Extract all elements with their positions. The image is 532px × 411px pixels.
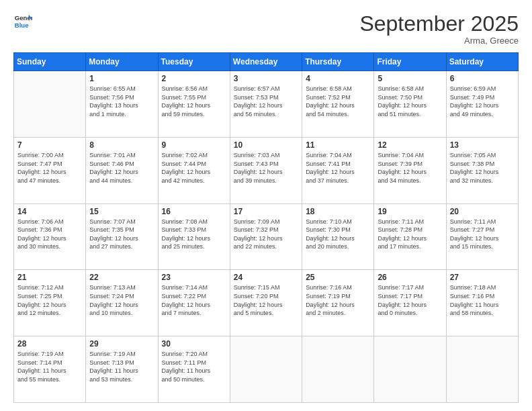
day-info: Sunrise: 7:20 AM Sunset: 7:11 PM Dayligh… [162, 350, 226, 383]
day-number: 1 [89, 74, 154, 83]
day-info: Sunrise: 7:07 AM Sunset: 7:35 PM Dayligh… [89, 218, 154, 251]
table-row: 30Sunrise: 7:20 AM Sunset: 7:11 PM Dayli… [158, 336, 230, 403]
day-info: Sunrise: 7:04 AM Sunset: 7:41 PM Dayligh… [306, 151, 370, 185]
day-number: 28 [17, 339, 82, 349]
day-info: Sunrise: 7:02 AM Sunset: 7:44 PM Dayligh… [162, 151, 226, 185]
table-row [374, 336, 446, 403]
logo-icon: General Blue [13, 12, 32, 31]
table-row: 1Sunrise: 6:55 AM Sunset: 7:56 PM Daylig… [86, 71, 158, 138]
day-info: Sunrise: 7:16 AM Sunset: 7:19 PM Dayligh… [306, 283, 370, 317]
day-number: 15 [89, 207, 154, 216]
table-row: 6Sunrise: 6:59 AM Sunset: 7:49 PM Daylig… [446, 71, 518, 138]
day-info: Sunrise: 7:17 AM Sunset: 7:17 PM Dayligh… [378, 283, 442, 317]
table-row: 24Sunrise: 7:15 AM Sunset: 7:20 PM Dayli… [230, 270, 302, 336]
calendar-week-row: 14Sunrise: 7:06 AM Sunset: 7:36 PM Dayli… [14, 203, 519, 270]
day-number: 29 [89, 339, 154, 349]
day-info: Sunrise: 7:09 AM Sunset: 7:32 PM Dayligh… [234, 218, 298, 251]
table-row: 9Sunrise: 7:02 AM Sunset: 7:44 PM Daylig… [158, 137, 230, 203]
day-info: Sunrise: 7:03 AM Sunset: 7:43 PM Dayligh… [234, 151, 298, 185]
col-thursday: Thursday [302, 53, 374, 71]
calendar-week-row: 28Sunrise: 7:19 AM Sunset: 7:14 PM Dayli… [14, 336, 519, 403]
col-monday: Monday [86, 53, 158, 71]
table-row [230, 336, 302, 403]
day-info: Sunrise: 7:00 AM Sunset: 7:47 PM Dayligh… [17, 151, 82, 185]
title-block: September 2025 Arma, Greece [359, 12, 519, 46]
day-number: 8 [89, 140, 154, 150]
logo: General Blue [13, 12, 32, 31]
day-info: Sunrise: 7:11 AM Sunset: 7:28 PM Dayligh… [378, 218, 442, 251]
day-info: Sunrise: 7:05 AM Sunset: 7:38 PM Dayligh… [450, 151, 515, 185]
table-row: 20Sunrise: 7:11 AM Sunset: 7:27 PM Dayli… [446, 203, 518, 270]
day-number: 23 [162, 273, 226, 282]
location: Arma, Greece [359, 36, 519, 46]
day-number: 30 [162, 339, 226, 349]
day-info: Sunrise: 7:11 AM Sunset: 7:27 PM Dayligh… [450, 218, 515, 251]
table-row: 21Sunrise: 7:12 AM Sunset: 7:25 PM Dayli… [14, 270, 86, 336]
day-number: 6 [450, 74, 515, 83]
table-row: 13Sunrise: 7:05 AM Sunset: 7:38 PM Dayli… [446, 137, 518, 203]
table-row: 2Sunrise: 6:56 AM Sunset: 7:55 PM Daylig… [158, 71, 230, 138]
day-number: 25 [306, 273, 370, 282]
table-row [446, 336, 518, 403]
day-info: Sunrise: 6:59 AM Sunset: 7:49 PM Dayligh… [450, 85, 515, 118]
day-number: 19 [378, 207, 442, 216]
table-row: 7Sunrise: 7:00 AM Sunset: 7:47 PM Daylig… [14, 137, 86, 203]
table-row: 15Sunrise: 7:07 AM Sunset: 7:35 PM Dayli… [86, 203, 158, 270]
day-info: Sunrise: 7:04 AM Sunset: 7:39 PM Dayligh… [378, 151, 442, 185]
page: General Blue September 2025 Arma, Greece… [0, 0, 532, 411]
calendar-header-row: Sunday Monday Tuesday Wednesday Thursday… [14, 53, 519, 71]
table-row: 11Sunrise: 7:04 AM Sunset: 7:41 PM Dayli… [302, 137, 374, 203]
table-row: 28Sunrise: 7:19 AM Sunset: 7:14 PM Dayli… [14, 336, 86, 403]
day-number: 20 [450, 207, 515, 216]
table-row: 14Sunrise: 7:06 AM Sunset: 7:36 PM Dayli… [14, 203, 86, 270]
day-number: 17 [234, 207, 298, 216]
table-row [302, 336, 374, 403]
calendar-week-row: 21Sunrise: 7:12 AM Sunset: 7:25 PM Dayli… [14, 270, 519, 336]
day-number: 13 [450, 140, 515, 150]
col-sunday: Sunday [14, 53, 86, 71]
day-info: Sunrise: 6:56 AM Sunset: 7:55 PM Dayligh… [162, 85, 226, 118]
day-info: Sunrise: 7:01 AM Sunset: 7:46 PM Dayligh… [89, 151, 154, 185]
table-row: 19Sunrise: 7:11 AM Sunset: 7:28 PM Dayli… [374, 203, 446, 270]
day-info: Sunrise: 6:55 AM Sunset: 7:56 PM Dayligh… [89, 85, 154, 118]
day-number: 4 [306, 74, 370, 83]
day-number: 12 [378, 140, 442, 150]
day-number: 11 [306, 140, 370, 150]
day-info: Sunrise: 7:13 AM Sunset: 7:24 PM Dayligh… [89, 283, 154, 317]
day-number: 27 [450, 273, 515, 282]
day-info: Sunrise: 6:57 AM Sunset: 7:53 PM Dayligh… [234, 85, 298, 118]
col-wednesday: Wednesday [230, 53, 302, 71]
table-row: 18Sunrise: 7:10 AM Sunset: 7:30 PM Dayli… [302, 203, 374, 270]
day-number: 5 [378, 74, 442, 83]
table-row: 3Sunrise: 6:57 AM Sunset: 7:53 PM Daylig… [230, 71, 302, 138]
table-row: 10Sunrise: 7:03 AM Sunset: 7:43 PM Dayli… [230, 137, 302, 203]
table-row: 29Sunrise: 7:19 AM Sunset: 7:13 PM Dayli… [86, 336, 158, 403]
table-row: 22Sunrise: 7:13 AM Sunset: 7:24 PM Dayli… [86, 270, 158, 336]
day-info: Sunrise: 7:19 AM Sunset: 7:13 PM Dayligh… [89, 350, 154, 383]
table-row: 16Sunrise: 7:08 AM Sunset: 7:33 PM Dayli… [158, 203, 230, 270]
day-info: Sunrise: 7:19 AM Sunset: 7:14 PM Dayligh… [17, 350, 82, 383]
table-row: 5Sunrise: 6:58 AM Sunset: 7:50 PM Daylig… [374, 71, 446, 138]
day-number: 24 [234, 273, 298, 282]
day-info: Sunrise: 7:08 AM Sunset: 7:33 PM Dayligh… [162, 218, 226, 251]
table-row: 4Sunrise: 6:58 AM Sunset: 7:52 PM Daylig… [302, 71, 374, 138]
svg-text:Blue: Blue [15, 21, 29, 29]
table-row: 17Sunrise: 7:09 AM Sunset: 7:32 PM Dayli… [230, 203, 302, 270]
col-friday: Friday [374, 53, 446, 71]
day-number: 26 [378, 273, 442, 282]
day-info: Sunrise: 7:06 AM Sunset: 7:36 PM Dayligh… [17, 218, 82, 251]
day-number: 3 [234, 74, 298, 83]
table-row: 8Sunrise: 7:01 AM Sunset: 7:46 PM Daylig… [86, 137, 158, 203]
day-number: 9 [162, 140, 226, 150]
day-info: Sunrise: 7:15 AM Sunset: 7:20 PM Dayligh… [234, 283, 298, 317]
day-info: Sunrise: 7:12 AM Sunset: 7:25 PM Dayligh… [17, 283, 82, 317]
col-saturday: Saturday [446, 53, 518, 71]
calendar-week-row: 1Sunrise: 6:55 AM Sunset: 7:56 PM Daylig… [14, 71, 519, 138]
table-row: 23Sunrise: 7:14 AM Sunset: 7:22 PM Dayli… [158, 270, 230, 336]
col-tuesday: Tuesday [158, 53, 230, 71]
day-info: Sunrise: 6:58 AM Sunset: 7:52 PM Dayligh… [306, 85, 370, 118]
day-number: 7 [17, 140, 82, 150]
calendar-table: Sunday Monday Tuesday Wednesday Thursday… [13, 52, 519, 403]
day-info: Sunrise: 7:14 AM Sunset: 7:22 PM Dayligh… [162, 283, 226, 317]
day-info: Sunrise: 6:58 AM Sunset: 7:50 PM Dayligh… [378, 85, 442, 118]
